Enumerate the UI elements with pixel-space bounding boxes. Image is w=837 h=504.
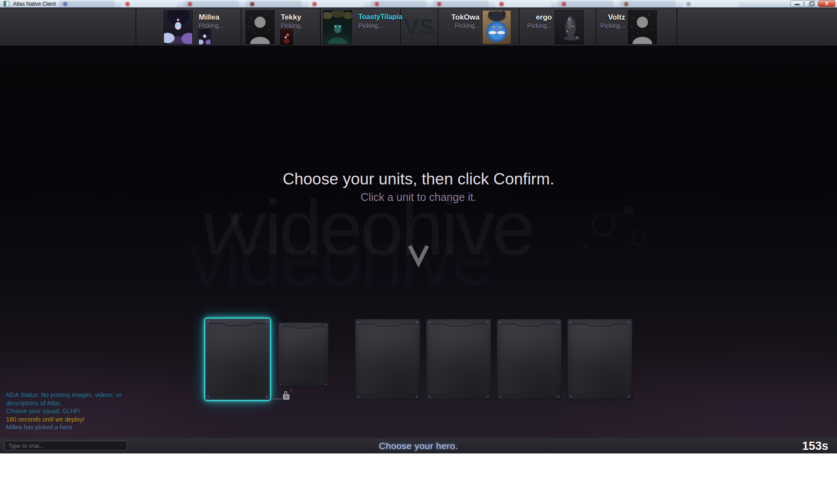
player-name: TokOwa [439, 13, 480, 22]
lock-underscore [273, 398, 282, 399]
player-status: Picking... [570, 22, 625, 29]
card-frame [278, 323, 328, 387]
desktop-background [0, 453, 837, 504]
player-name: Millea [199, 13, 219, 22]
vs-label: VS [401, 9, 438, 45]
chat-message: 180 seconds until we deploy! [6, 415, 122, 424]
player-portrait [323, 10, 352, 44]
pick-heading: Choose your units, then click Confirm. [0, 170, 837, 188]
chat-message: descriptions of Atlas. [6, 399, 122, 408]
card-frame [355, 319, 420, 400]
chevron-down-icon [408, 243, 429, 268]
lock-tick [291, 389, 292, 392]
slot-divider [136, 9, 136, 45]
window-controls: X [790, 0, 835, 7]
chat-message: Millea has picked a hero [6, 423, 122, 432]
player-name: ergo [497, 13, 552, 22]
slot-divider [677, 9, 677, 45]
player-status: Picking... [497, 22, 552, 29]
unit-card-selected[interactable] [204, 318, 271, 401]
picked-hero-thumbnail [198, 29, 211, 45]
slot-divider [241, 9, 242, 45]
close-button[interactable]: X [818, 0, 835, 7]
restore-icon [809, 2, 813, 6]
player-portrait [245, 10, 275, 44]
window-title: Atlas Native Client [13, 0, 56, 7]
slot-divider [320, 9, 321, 45]
player-status: Picking... [281, 22, 306, 29]
player-portrait [163, 10, 193, 44]
card-frame [568, 319, 632, 400]
screen: Atlas Native Client X [0, 0, 837, 504]
game-window: Millea Picking... Tekky Picking... Toast… [0, 9, 837, 453]
player-portrait [628, 10, 657, 44]
card-frame [426, 319, 491, 400]
player-name: ToastyTilapia [358, 13, 402, 21]
molecule-decoration [573, 201, 652, 262]
unit-card-6[interactable] [567, 319, 633, 400]
chat-message: Choose your squad. GLHF! [6, 407, 122, 415]
match-timer: 153s [802, 438, 828, 453]
lock-icon[interactable] [283, 394, 289, 402]
player-status: Picking... [439, 22, 480, 29]
browser-tabs-blur [0, 0, 837, 7]
player-status: Picking... [358, 22, 383, 29]
card-frame [497, 319, 561, 400]
player-status: Picking... [199, 22, 224, 29]
chat-message: NDA Status: No posting images, videos, o… [6, 391, 122, 399]
window-titlebar[interactable]: Atlas Native Client X [0, 0, 837, 9]
unit-card-3[interactable] [355, 319, 420, 400]
minimize-icon [795, 4, 800, 5]
player-name: Tekky [281, 13, 301, 22]
picked-hero-thumbnail [280, 29, 293, 45]
footer-bar: Choose your hero. 153s [0, 438, 837, 453]
chat-input[interactable] [4, 441, 127, 450]
unit-card-5[interactable] [497, 319, 562, 400]
pick-subheading: Click a unit to change it. [0, 191, 837, 204]
app-icon [3, 1, 9, 7]
card-frame [205, 319, 270, 400]
minimize-button[interactable] [790, 0, 804, 7]
unit-card-4[interactable] [426, 319, 491, 400]
close-icon: X [825, 1, 828, 6]
chat-log: NDA Status: No posting images, videos, o… [6, 391, 122, 432]
slot-divider [438, 9, 439, 45]
watermark-echo: videohive [26, 214, 654, 303]
unit-card-2[interactable] [278, 322, 329, 387]
restore-button[interactable] [804, 0, 818, 7]
match-header: Millea Picking... Tekky Picking... Toast… [0, 9, 837, 46]
player-name: Voltz [570, 13, 625, 22]
